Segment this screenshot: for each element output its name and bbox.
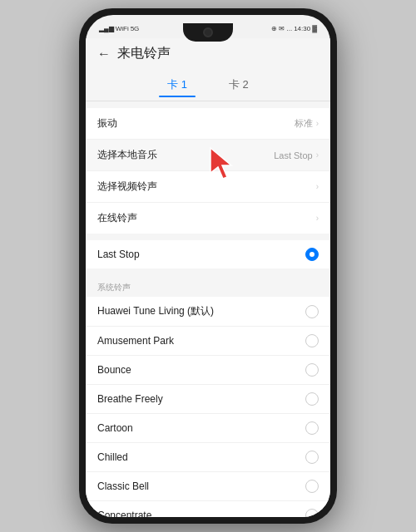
back-button[interactable]: ← bbox=[97, 47, 111, 62]
ringtone-label-classic-bell: Classic Bell bbox=[97, 480, 149, 492]
current-ringtone-label: Last Stop bbox=[97, 249, 140, 260]
ringtone-label-huawei-tune: Huawei Tune Living (默认) bbox=[97, 304, 214, 318]
ringtone-label-cartoon: Cartoon bbox=[97, 422, 133, 434]
ringtone-radio-chilled[interactable] bbox=[305, 451, 319, 464]
system-ringtone-header: 系统铃声 bbox=[86, 275, 330, 297]
tab-card1[interactable]: 卡 1 bbox=[159, 74, 196, 96]
ringtone-item-concentrate[interactable]: Concentrate bbox=[86, 501, 330, 517]
current-ringtone-section: Last Stop bbox=[86, 240, 330, 268]
camera-notch bbox=[183, 23, 233, 42]
video-ringtone-chevron: › bbox=[316, 182, 319, 191]
signal-icon: ▂▄▆ bbox=[99, 25, 114, 32]
online-ringtone-chevron: › bbox=[316, 214, 319, 223]
phone-frame: ▂▄▆ WiFi 5G ⊕ ✉ ... 14:30 ▓ ← 来电铃声 卡 1 bbox=[79, 8, 337, 524]
status-left: ▂▄▆ WiFi 5G bbox=[99, 25, 139, 32]
vibration-item[interactable]: 振动 标准 › bbox=[86, 108, 330, 140]
ringtone-radio-classic-bell[interactable] bbox=[305, 480, 319, 493]
current-ringtone-radio[interactable] bbox=[305, 248, 319, 261]
ringtone-item-chilled[interactable]: Chilled bbox=[86, 443, 330, 472]
time-display: 14:30 bbox=[294, 25, 310, 32]
ringtone-label-amusement-park: Amusement Park bbox=[97, 335, 174, 347]
tab-card2[interactable]: 卡 2 bbox=[220, 74, 257, 96]
page-title: 来电铃声 bbox=[117, 45, 171, 62]
local-music-value: Last Stop › bbox=[274, 150, 319, 160]
top-bar: ← 来电铃声 bbox=[86, 38, 330, 69]
ringtone-label-chilled: Chilled bbox=[97, 451, 128, 463]
camera-dot bbox=[203, 27, 213, 37]
local-music-label: 选择本地音乐 bbox=[97, 148, 157, 162]
ringtone-item-bounce[interactable]: Bounce bbox=[86, 356, 330, 385]
ringtone-item-huawei-tune[interactable]: Huawei Tune Living (默认) bbox=[86, 297, 330, 327]
notification-icons: ⊕ ✉ ... bbox=[271, 25, 292, 32]
ringtone-item-breathe-freely[interactable]: Breathe Freely bbox=[86, 385, 330, 414]
ringtone-label-bounce: Bounce bbox=[97, 364, 131, 376]
tabs-row: 卡 1 卡 2 bbox=[86, 69, 330, 101]
ringtone-label-breathe-freely: Breathe Freely bbox=[97, 393, 163, 405]
online-ringtone-label: 在线铃声 bbox=[97, 211, 137, 225]
ringtone-radio-cartoon[interactable] bbox=[305, 421, 319, 435]
ringtone-radio-huawei-tune[interactable] bbox=[305, 305, 319, 318]
current-ringtone-item[interactable]: Last Stop bbox=[86, 240, 330, 268]
phone-screen: ▂▄▆ WiFi 5G ⊕ ✉ ... 14:30 ▓ ← 来电铃声 卡 1 bbox=[86, 15, 330, 517]
online-ringtone-value: › bbox=[316, 214, 319, 223]
vibration-chevron: › bbox=[316, 119, 319, 128]
ringtone-radio-concentrate[interactable] bbox=[305, 509, 319, 517]
network-icon: 5G bbox=[131, 25, 140, 32]
vibration-label: 振动 bbox=[97, 116, 117, 131]
ringtone-item-cartoon[interactable]: Cartoon bbox=[86, 414, 330, 443]
video-ringtone-value: › bbox=[316, 182, 319, 191]
online-ringtone-item[interactable]: 在线铃声 › bbox=[86, 203, 330, 234]
screen-content: ← 来电铃声 卡 1 卡 2 振动 标准 › bbox=[86, 38, 330, 517]
ringtone-radio-amusement-park[interactable] bbox=[305, 334, 319, 347]
ringtone-radio-bounce[interactable] bbox=[305, 363, 319, 377]
wifi-icon: WiFi bbox=[116, 25, 129, 32]
local-music-item[interactable]: 选择本地音乐 Last Stop › bbox=[86, 140, 330, 171]
ringtones-section: Huawei Tune Living (默认) Amusement Park B… bbox=[86, 297, 330, 517]
status-right: ⊕ ✉ ... 14:30 ▓ bbox=[271, 25, 317, 32]
settings-section: 振动 标准 › 选择本地音乐 Last Stop › 选择视频铃声 bbox=[86, 108, 330, 234]
local-music-chevron: › bbox=[316, 150, 319, 160]
ringtone-item-amusement-park[interactable]: Amusement Park bbox=[86, 327, 330, 356]
battery-icon: ▓ bbox=[312, 25, 317, 32]
tab-divider bbox=[86, 101, 330, 101]
ringtone-item-classic-bell[interactable]: Classic Bell bbox=[86, 472, 330, 501]
video-ringtone-item[interactable]: 选择视频铃声 › bbox=[86, 171, 330, 203]
video-ringtone-label: 选择视频铃声 bbox=[97, 180, 157, 194]
ringtone-label-concentrate: Concentrate bbox=[97, 510, 151, 517]
ringtone-radio-breathe-freely[interactable] bbox=[305, 392, 319, 406]
vibration-value: 标准 › bbox=[295, 117, 319, 130]
